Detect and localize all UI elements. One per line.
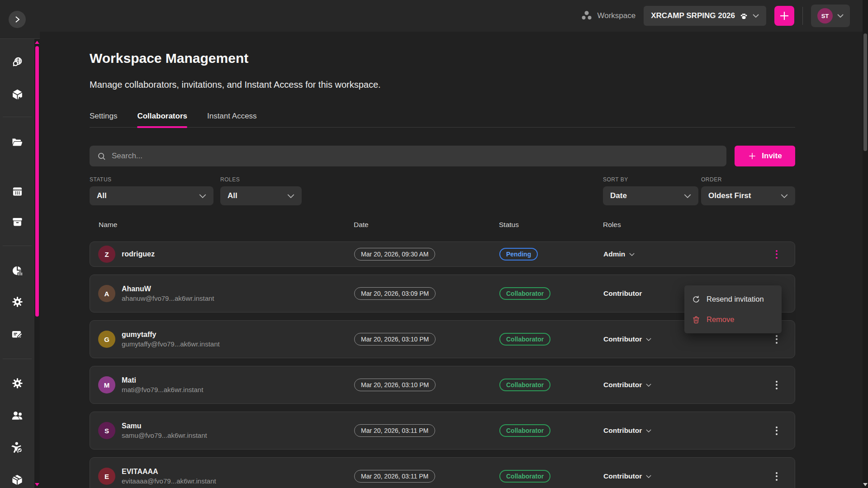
status-filter-label: STATUS — [90, 176, 213, 183]
row-menu-button[interactable] — [757, 335, 796, 344]
role-value: Contributor — [603, 381, 642, 389]
roles-filter-select[interactable]: All — [220, 186, 302, 205]
person-check-icon — [11, 441, 24, 454]
sidebar-item-archive[interactable] — [0, 216, 34, 228]
order-filter-select[interactable]: Oldest First — [701, 186, 795, 205]
sidebar-divider — [3, 117, 32, 117]
sidebar-scrollbar-thumb[interactable] — [35, 46, 39, 317]
row-menu-button[interactable] — [757, 381, 796, 389]
avatar: M — [98, 376, 115, 393]
collaborator-email: gumytaffy@fvo79...ak6wr.instant — [122, 340, 220, 349]
topbar-divider — [802, 7, 803, 25]
scroll-down-arrow[interactable] — [863, 483, 868, 486]
sidebar-item-calendar[interactable] — [0, 185, 34, 198]
page-scrollbar[interactable] — [863, 0, 868, 488]
sortby-filter-select[interactable]: Date — [603, 186, 698, 205]
resend-invitation-label: Resend invitation — [707, 295, 764, 303]
status-badge: Collaborator — [499, 287, 550, 300]
sidebar-header — [0, 0, 40, 39]
search-input[interactable] — [112, 152, 719, 161]
chevron-down-icon — [646, 475, 651, 478]
invite-button[interactable]: Invite — [735, 146, 795, 166]
avatar: ST — [817, 8, 833, 24]
order-filter: ORDER Oldest First — [701, 176, 795, 205]
sidebar-item-discover[interactable] — [0, 56, 34, 68]
sidebar-item-workspace-settings[interactable] — [0, 377, 34, 389]
sortby-filter-value: Date — [610, 191, 627, 200]
status-filter-value: All — [97, 191, 107, 200]
chevron-right-icon — [14, 16, 20, 23]
collaborator-name: Mati — [122, 375, 203, 385]
app-window: Workspace XRCAMP SRPING 2026 ST — [0, 0, 868, 488]
role-dropdown[interactable]: Contributor — [603, 335, 757, 343]
scroll-up-arrow[interactable] — [35, 41, 39, 44]
header-name: Name — [90, 221, 354, 229]
card-edit-icon — [11, 328, 24, 341]
account-menu[interactable]: ST — [811, 5, 850, 27]
collaborator-name: EVITAAAA — [122, 466, 216, 477]
refresh-icon — [692, 295, 701, 304]
row-context-menu: Resend invitation Remove — [684, 285, 782, 333]
sidebar-item-settings[interactable] — [0, 296, 34, 308]
row-menu-button[interactable] — [757, 472, 796, 481]
sidebar-item-members[interactable] — [0, 409, 34, 422]
sidebar-item-assets[interactable] — [0, 88, 34, 100]
status-filter-select[interactable]: All — [90, 186, 213, 205]
sidebar-scrollbar[interactable] — [34, 39, 40, 488]
page-scrollbar-thumb[interactable] — [863, 33, 867, 151]
folder-open-icon — [11, 136, 24, 148]
role-dropdown[interactable]: Contributor — [603, 381, 757, 389]
sidebar-divider — [3, 359, 32, 359]
sidebar-item-packages[interactable] — [0, 474, 34, 486]
header-status: Status — [499, 221, 603, 229]
scroll-down-arrow[interactable] — [35, 483, 39, 486]
row-menu-button[interactable] — [757, 426, 796, 435]
collaborator-name: AhanuW — [122, 284, 214, 294]
collaborator-name: Samu — [122, 421, 207, 431]
paw-icon — [739, 11, 749, 21]
remove-menu-item[interactable]: Remove — [684, 309, 782, 330]
calendar-icon — [11, 185, 24, 198]
archive-box-icon — [11, 216, 24, 228]
role-dropdown[interactable]: Contributor — [603, 472, 757, 480]
avatar: G — [98, 331, 115, 348]
expand-sidebar-button[interactable] — [9, 11, 26, 28]
status-badge: Pending — [499, 248, 538, 261]
tab-instant-access[interactable]: Instant Access — [207, 112, 257, 127]
table-header: Name Date Status Roles — [90, 221, 795, 229]
sidebar-item-analytics[interactable] — [0, 265, 34, 277]
collaborator-name: gumytaffy — [122, 329, 220, 340]
search-input-container — [90, 146, 726, 166]
page-title: Workspace Management — [90, 51, 795, 66]
chevron-down-icon — [287, 194, 294, 198]
add-workspace-button[interactable] — [774, 6, 794, 26]
workspace-selector[interactable]: XRCAMP SRPING 2026 — [644, 6, 766, 26]
collaborator-email: samu@fvo79...ak6wr.instant — [122, 431, 207, 440]
resend-invitation-menu-item[interactable]: Resend invitation — [684, 289, 782, 309]
sidebar-item-sign-card[interactable] — [0, 328, 34, 341]
row-menu-button[interactable] — [757, 250, 796, 259]
roles-filter: ROLES All — [220, 176, 302, 205]
chevron-down-icon — [753, 14, 759, 18]
status-badge: Collaborator — [499, 333, 550, 346]
role-dropdown[interactable]: Admin — [603, 250, 757, 258]
analytics-pie-icon — [11, 265, 24, 277]
role-dropdown[interactable]: Contributor — [603, 426, 757, 435]
page-subtitle: Manage collaborators, invitations, and I… — [90, 80, 795, 90]
date-badge: Mar 20, 2026, 03:10 PM — [354, 379, 436, 391]
globe-search-icon — [11, 56, 24, 68]
chevron-down-icon — [646, 384, 651, 387]
role-value: Admin — [603, 250, 625, 258]
sidebar-item-access[interactable] — [0, 441, 34, 454]
main-content: Workspace Management Manage collaborator… — [40, 32, 863, 488]
roles-filter-value: All — [228, 191, 237, 200]
package-box-icon — [11, 474, 24, 486]
sortby-filter: SORT BY Date — [603, 176, 698, 205]
remove-label: Remove — [707, 315, 734, 324]
tab-settings[interactable]: Settings — [90, 112, 117, 127]
tab-collaborators[interactable]: Collaborators — [137, 112, 187, 127]
collaborator-email: mati@fvo79...ak6wr.instant — [122, 385, 203, 394]
workspace-label: Workspace — [597, 11, 636, 20]
gear-icon — [11, 296, 24, 308]
sidebar-item-projects[interactable] — [0, 136, 34, 148]
